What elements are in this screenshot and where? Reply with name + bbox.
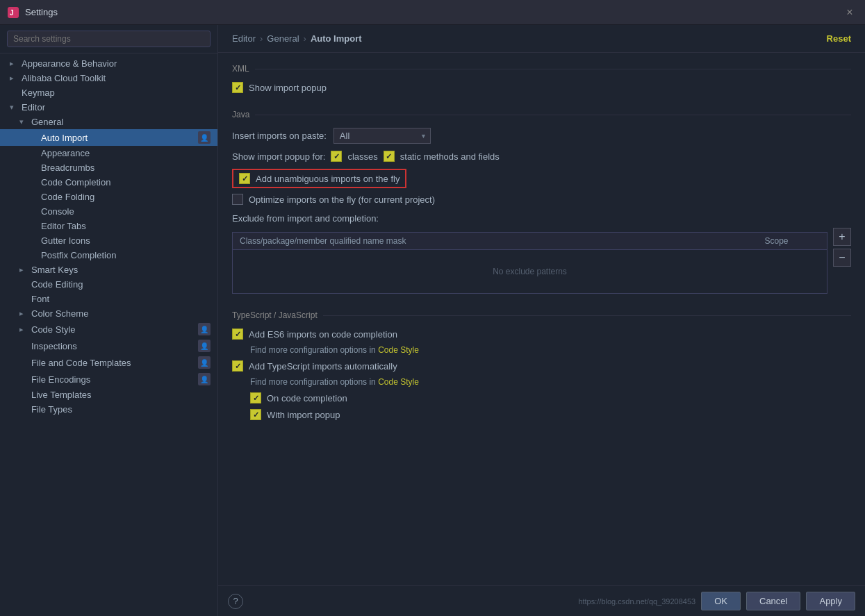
tree-arrow: ▸ — [10, 59, 18, 68]
add-typescript-label: Add TypeScript imports automatically — [249, 361, 397, 372]
sidebar-item-code-style[interactable]: ▸Code Style👤 — [0, 321, 217, 338]
add-unambiguous-checkbox[interactable]: ✓ — [239, 173, 250, 184]
sidebar-item-label: Font — [31, 294, 49, 304]
add-unambiguous-label: Add unambiguous imports on the fly — [256, 174, 399, 184]
sidebar-item-label: Code Style — [31, 324, 76, 335]
sidebar-item-code-completion[interactable]: Code Completion — [0, 175, 217, 190]
badge-icon: 👤 — [198, 340, 211, 352]
typescript-section: TypeScript / JavaScript ✓ Add ES6 import… — [232, 310, 851, 420]
sidebar-item-live-templates[interactable]: Live Templates — [0, 388, 217, 402]
sidebar-item-inspections[interactable]: Inspections👤 — [0, 338, 217, 354]
on-code-completion-label: On code completion — [267, 393, 347, 403]
sidebar-item-smart-keys[interactable]: ▸Smart Keys — [0, 263, 217, 277]
close-button[interactable]: × — [841, 4, 858, 21]
code-style-link-es6[interactable]: Code Style — [378, 345, 419, 355]
sidebar-item-file-code-templates[interactable]: File and Code Templates👤 — [0, 354, 217, 371]
with-import-popup-checkbox[interactable]: ✓ — [250, 409, 261, 420]
sidebar-item-editor[interactable]: ▾Editor — [0, 100, 217, 115]
sidebar-item-postfix-completion[interactable]: Postfix Completion — [0, 248, 217, 263]
find-more-ts: Find more configuration options in Code … — [232, 377, 851, 387]
empty-table-message: No exclude patterns — [240, 253, 820, 290]
help-button[interactable]: ? — [228, 594, 243, 609]
tree-arrow: ▸ — [10, 74, 18, 83]
sidebar-item-label: Code Completion — [41, 177, 110, 188]
add-es6-checkbox[interactable]: ✓ — [232, 328, 243, 340]
exclude-table-wrap: Class/package/member qualified name mask… — [232, 228, 827, 294]
sidebar-item-label: Editor Tabs — [41, 221, 86, 231]
sidebar-item-label: Keymap — [22, 88, 55, 98]
insert-imports-select-wrapper: All Ask None — [333, 128, 431, 144]
tree-arrow: ▾ — [10, 103, 18, 112]
find-more-es6: Find more configuration options in Code … — [232, 345, 851, 355]
ok-button[interactable]: OK — [701, 592, 741, 610]
sidebar-item-console[interactable]: Console — [0, 204, 217, 219]
tree-arrow: ▸ — [19, 265, 28, 274]
static-methods-checkbox[interactable]: ✓ — [384, 151, 395, 162]
sidebar-item-label: Breadcrumbs — [41, 163, 94, 173]
insert-imports-select[interactable]: All Ask None — [333, 128, 431, 144]
classes-checkbox[interactable]: ✓ — [331, 151, 342, 162]
xml-section-header: XML — [232, 64, 851, 74]
with-import-popup-row: ✓ With import popup — [232, 409, 851, 420]
main-container: ▸Appearance & Behavior▸Alibaba Cloud Too… — [0, 25, 865, 616]
sidebar-item-label: Color Scheme — [31, 308, 88, 319]
sidebar-item-editor-tabs[interactable]: Editor Tabs — [0, 219, 217, 233]
sidebar-item-label: File Encodings — [31, 374, 90, 385]
java-section: Java Insert imports on paste: All Ask No… — [232, 110, 851, 294]
col-scope: Scope — [758, 233, 827, 250]
sidebar-item-alibaba-cloud[interactable]: ▸Alibaba Cloud Toolkit — [0, 71, 217, 85]
show-import-popup-checkbox[interactable]: ✓ — [232, 82, 243, 93]
sidebar-item-auto-import[interactable]: Auto Import👤 — [0, 129, 217, 146]
exclude-table: Class/package/member qualified name mask… — [232, 232, 827, 294]
ts-section-header: TypeScript / JavaScript — [232, 310, 851, 320]
sidebar-item-font[interactable]: Font — [0, 292, 217, 306]
sidebar-item-file-types[interactable]: File Types — [0, 402, 217, 417]
sidebar-item-general[interactable]: ▾General — [0, 115, 217, 129]
tree-arrow: ▸ — [19, 309, 28, 318]
sidebar-item-appearance[interactable]: Appearance — [0, 146, 217, 160]
sidebar-item-gutter-icons[interactable]: Gutter Icons — [0, 233, 217, 248]
badge-icon: 👤 — [198, 323, 211, 335]
sidebar: ▸Appearance & Behavior▸Alibaba Cloud Too… — [0, 25, 218, 616]
add-unambiguous-row: ✓ Add unambiguous imports on the fly — [232, 169, 406, 188]
remove-exclude-button[interactable]: − — [833, 249, 851, 267]
apply-button[interactable]: Apply — [806, 592, 855, 610]
col-name-mask: Class/package/member qualified name mask — [233, 233, 758, 250]
sidebar-item-label: Gutter Icons — [41, 235, 90, 246]
sidebar-item-label: File Types — [31, 404, 72, 415]
code-style-link-ts[interactable]: Code Style — [378, 377, 419, 387]
badge-icon: 👤 — [198, 373, 211, 385]
sidebar-item-keymap[interactable]: Keymap — [0, 85, 217, 100]
sidebar-item-label: Console — [41, 206, 74, 217]
breadcrumb: Editor›General›Auto Import — [232, 33, 362, 44]
sidebar-item-appearance-behavior[interactable]: ▸Appearance & Behavior — [0, 56, 217, 71]
optimize-imports-checkbox[interactable] — [232, 194, 243, 205]
sidebar-item-color-scheme[interactable]: ▸Color Scheme — [0, 306, 217, 321]
exclude-table-section: Class/package/member qualified name mask… — [232, 228, 851, 294]
sidebar-item-label: File and Code Templates — [31, 358, 131, 368]
sidebar-item-label: Alibaba Cloud Toolkit — [22, 73, 106, 83]
sidebar-item-label: Code Editing — [31, 279, 83, 290]
show-import-popup-for-row: Show import popup for: ✓ classes ✓ stati… — [232, 151, 851, 162]
sidebar-item-label: Editor — [22, 102, 45, 113]
sidebar-item-label: Auto Import — [41, 133, 88, 143]
on-code-completion-checkbox[interactable]: ✓ — [250, 392, 261, 403]
cancel-button[interactable]: Cancel — [746, 592, 800, 610]
sidebar-item-file-encodings[interactable]: File Encodings👤 — [0, 371, 217, 388]
reset-button[interactable]: Reset — [827, 33, 851, 44]
sidebar-item-code-folding[interactable]: Code Folding — [0, 190, 217, 204]
sidebar-item-label: Inspections — [31, 341, 77, 351]
svg-text:J: J — [10, 9, 14, 17]
breadcrumb-current: Auto Import — [311, 33, 362, 44]
add-exclude-button[interactable]: + — [833, 228, 851, 246]
tree-arrow: ▾ — [19, 117, 28, 126]
search-input[interactable] — [7, 31, 211, 47]
bottom-bar: ? https://blog.csdn.net/qq_39208453 OK C… — [218, 585, 865, 616]
sidebar-item-code-editing[interactable]: Code Editing — [0, 277, 217, 292]
add-typescript-checkbox[interactable]: ✓ — [232, 360, 243, 372]
exclude-section: Exclude from import and completion: Clas… — [232, 213, 851, 294]
sidebar-item-label: Code Folding — [41, 192, 94, 202]
breadcrumb-part: General — [267, 33, 299, 44]
sidebar-item-label: Appearance — [41, 148, 90, 158]
sidebar-item-breadcrumbs[interactable]: Breadcrumbs — [0, 160, 217, 175]
